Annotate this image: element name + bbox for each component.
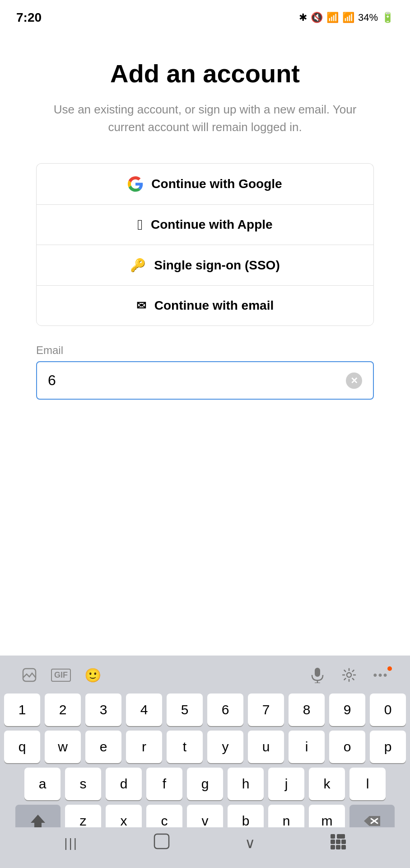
key-g[interactable]: g — [187, 768, 223, 800]
key-icon: 🔑 — [130, 258, 146, 273]
key-o[interactable]: o — [329, 731, 365, 763]
key-2[interactable]: 2 — [45, 693, 81, 726]
email-section: Email ✕ — [36, 344, 374, 400]
google-button-label: Continue with Google — [151, 177, 282, 191]
sso-button-label: Single sign-on (SSO) — [154, 258, 280, 273]
bluetooth-icon: ✱ — [299, 12, 307, 24]
key-j[interactable]: j — [268, 768, 304, 800]
battery-text: 34% — [358, 12, 378, 24]
back-nav-icon[interactable]: ||| — [64, 836, 78, 850]
recent-nav-icon[interactable]: ∨ — [245, 835, 255, 852]
wifi-icon: 📶 — [326, 12, 339, 24]
qwerty-row: q w e r t y u i o p — [4, 731, 406, 763]
page-subtitle: Use an existing account, or sign up with… — [36, 101, 374, 136]
key-a[interactable]: a — [24, 768, 61, 800]
email-button[interactable]: ✉ Continue with email — [36, 285, 374, 326]
key-t[interactable]: t — [167, 731, 203, 763]
page-title: Add an account — [36, 59, 374, 88]
email-label: Email — [36, 344, 374, 357]
key-r[interactable]: r — [126, 731, 162, 763]
status-icons: ✱ 🔇 📶 📶 34% 🔋 — [299, 12, 394, 24]
key-4[interactable]: 4 — [126, 693, 162, 726]
key-l[interactable]: l — [349, 768, 386, 800]
svg-rect-16 — [336, 845, 340, 849]
home-nav-icon[interactable] — [153, 832, 171, 854]
key-d[interactable]: d — [106, 768, 142, 800]
svg-rect-13 — [336, 840, 340, 844]
key-w[interactable]: w — [45, 731, 81, 763]
keyboard-toolbar: GIF 🙂 ••• — [0, 656, 410, 692]
asdf-row: a s d f g h j k l — [4, 768, 406, 800]
key-u[interactable]: u — [248, 731, 284, 763]
apple-button-label: Continue with Apple — [151, 217, 273, 232]
svg-rect-8 — [154, 834, 169, 849]
key-f[interactable]: f — [146, 768, 182, 800]
key-e[interactable]: e — [85, 731, 121, 763]
sticker-icon[interactable] — [14, 663, 45, 687]
more-icon[interactable]: ••• — [365, 663, 396, 687]
email-clear-button[interactable]: ✕ — [346, 373, 362, 389]
key-k[interactable]: k — [309, 768, 345, 800]
microphone-icon[interactable] — [302, 663, 333, 687]
settings-icon[interactable] — [333, 663, 365, 687]
key-y[interactable]: y — [207, 731, 243, 763]
email-input[interactable] — [48, 372, 346, 389]
svg-point-4 — [347, 673, 351, 677]
key-6[interactable]: 6 — [207, 693, 243, 726]
main-content: Add an account Use an existing account, … — [0, 32, 410, 418]
key-3[interactable]: 3 — [85, 693, 121, 726]
grid-nav-icon[interactable] — [330, 833, 346, 853]
key-s[interactable]: s — [65, 768, 101, 800]
mute-icon: 🔇 — [311, 12, 323, 24]
battery-icon: 🔋 — [382, 12, 394, 24]
keyboard: GIF 🙂 ••• 1 2 3 — [0, 656, 410, 868]
key-1[interactable]: 1 — [4, 693, 40, 726]
key-i[interactable]: i — [289, 731, 325, 763]
svg-rect-15 — [331, 845, 335, 849]
svg-rect-12 — [331, 840, 335, 844]
key-8[interactable]: 8 — [289, 693, 325, 726]
signal-icon: 📶 — [342, 12, 354, 24]
number-row: 1 2 3 4 5 6 7 8 9 0 — [4, 693, 406, 726]
svg-rect-17 — [341, 845, 346, 849]
status-time: 7:20 — [16, 10, 42, 25]
svg-rect-1 — [315, 668, 320, 677]
emoji-icon[interactable]: 🙂 — [77, 663, 108, 687]
key-5[interactable]: 5 — [167, 693, 203, 726]
key-p[interactable]: p — [370, 731, 406, 763]
svg-rect-11 — [340, 834, 345, 839]
email-button-label: Continue with email — [154, 298, 274, 313]
svg-marker-5 — [31, 815, 45, 827]
key-0[interactable]: 0 — [370, 693, 406, 726]
svg-rect-14 — [341, 840, 346, 844]
google-button[interactable]: Continue with Google — [36, 163, 374, 204]
apple-icon:  — [137, 217, 143, 232]
svg-rect-9 — [331, 834, 335, 839]
bottom-nav-bar: ||| ∨ — [0, 827, 410, 868]
google-icon — [128, 176, 143, 192]
key-9[interactable]: 9 — [329, 693, 365, 726]
email-input-wrap: ✕ — [36, 361, 374, 400]
envelope-icon: ✉ — [136, 299, 146, 313]
key-h[interactable]: h — [228, 768, 264, 800]
key-q[interactable]: q — [4, 731, 40, 763]
apple-button[interactable]:  Continue with Apple — [36, 204, 374, 245]
sso-button[interactable]: 🔑 Single sign-on (SSO) — [36, 245, 374, 285]
key-7[interactable]: 7 — [248, 693, 284, 726]
status-bar: 7:20 ✱ 🔇 📶 📶 34% 🔋 — [0, 0, 410, 32]
gif-icon[interactable]: GIF — [45, 663, 77, 687]
auth-buttons: Continue with Google  Continue with App… — [36, 163, 374, 326]
